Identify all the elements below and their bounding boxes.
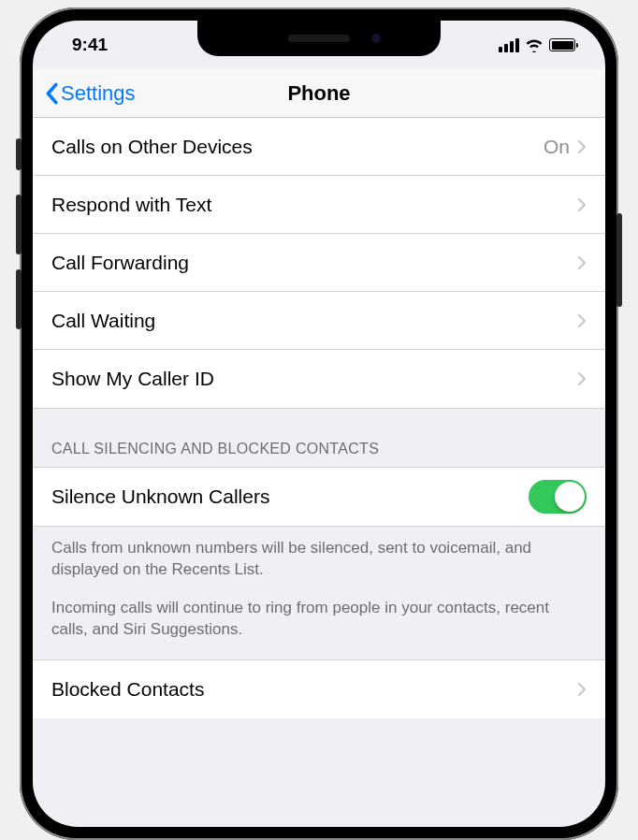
volume-down-button <box>16 269 22 329</box>
row-label: Show My Caller ID <box>51 368 577 390</box>
toggle-knob <box>555 482 585 512</box>
volume-up-button <box>16 195 22 254</box>
row-label: Silence Unknown Callers <box>51 485 529 508</box>
chevron-right-icon <box>577 313 587 328</box>
speaker-grille <box>288 35 350 42</box>
row-label: Call Waiting <box>51 310 577 332</box>
chevron-right-icon <box>577 682 587 697</box>
silence-unknown-callers-row[interactable]: Silence Unknown Callers <box>33 468 605 526</box>
battery-icon <box>549 38 575 51</box>
screen: 9:41 Settings Phone Calls on Other Devic… <box>33 21 605 827</box>
silencing-group: Silence Unknown Callers <box>33 468 605 526</box>
blocked-group: Blocked Contacts <box>33 660 605 718</box>
chevron-right-icon <box>577 197 587 212</box>
phone-frame: 9:41 Settings Phone Calls on Other Devic… <box>20 7 618 840</box>
calls-on-other-devices-row[interactable]: Calls on Other Devices On <box>33 118 605 176</box>
calls-group: Calls on Other Devices On Respond with T… <box>33 118 605 408</box>
nav-bar: Settings Phone <box>33 69 605 118</box>
blocked-contacts-row[interactable]: Blocked Contacts <box>33 660 605 718</box>
mute-switch <box>16 138 22 170</box>
chevron-right-icon <box>577 139 587 154</box>
back-button[interactable]: Settings <box>44 81 136 106</box>
cellular-signal-icon <box>499 38 519 52</box>
call-forwarding-row[interactable]: Call Forwarding <box>33 234 605 292</box>
chevron-right-icon <box>577 255 587 270</box>
chevron-right-icon <box>577 371 587 386</box>
call-waiting-row[interactable]: Call Waiting <box>33 292 605 350</box>
silence-unknown-toggle[interactable] <box>529 480 587 514</box>
status-time: 9:41 <box>63 35 108 55</box>
row-label: Respond with Text <box>51 194 577 216</box>
row-label: Call Forwarding <box>51 252 577 274</box>
chevron-left-icon <box>44 82 59 105</box>
status-icons <box>499 38 575 52</box>
show-my-caller-id-row[interactable]: Show My Caller ID <box>33 350 605 408</box>
section-header-silencing: CALL SILENCING AND BLOCKED CONTACTS <box>33 408 605 468</box>
row-label: Calls on Other Devices <box>51 136 544 158</box>
back-label: Settings <box>61 81 136 106</box>
footer-text-2: Incoming calls will continue to ring fro… <box>51 598 587 641</box>
footer-text-1: Calls from unknown numbers will be silen… <box>51 538 587 581</box>
section-footer-silencing: Calls from unknown numbers will be silen… <box>33 526 605 660</box>
wifi-icon <box>525 38 544 52</box>
front-camera <box>371 34 381 43</box>
respond-with-text-row[interactable]: Respond with Text <box>33 176 605 234</box>
row-value: On <box>544 136 570 158</box>
notch <box>197 21 441 56</box>
power-button <box>616 213 622 307</box>
row-label: Blocked Contacts <box>51 678 577 701</box>
